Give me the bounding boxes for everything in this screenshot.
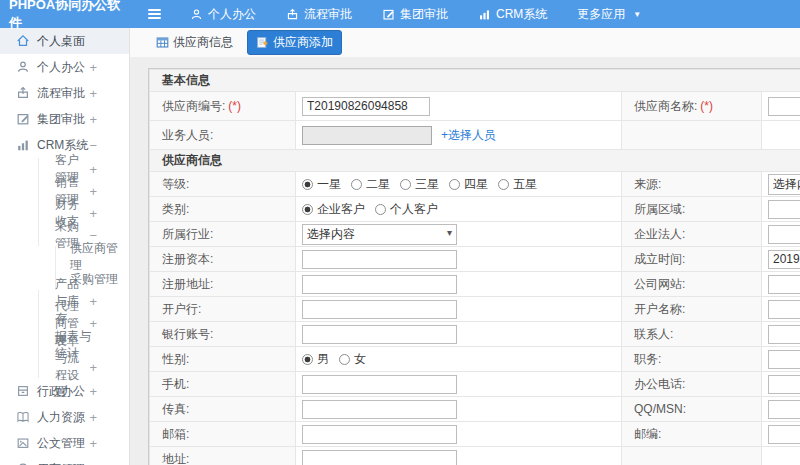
topnav-item-group-approval[interactable]: 集团审批 (367, 0, 463, 28)
bank-account-input[interactable] (302, 325, 457, 344)
category-radio-input[interactable] (375, 204, 386, 215)
email-input[interactable] (302, 425, 457, 444)
topnav: 个人办公流程审批集团审批CRM系统更多应用▼ (175, 0, 656, 28)
expand-icon[interactable]: + (89, 163, 97, 176)
app-title: PHPOA协同办公软件 (0, 0, 130, 32)
expand-icon[interactable]: + (89, 295, 97, 308)
fax-input[interactable] (302, 400, 457, 419)
legal-person-input[interactable] (768, 225, 800, 244)
field-label: 性别: (162, 352, 189, 366)
topnav-item-label: 集团审批 (400, 6, 448, 23)
expand-icon[interactable]: + (89, 385, 97, 398)
company-website-input[interactable] (768, 275, 800, 294)
level-radio-0[interactable]: 一星 (302, 176, 341, 193)
menu-toggle-icon[interactable] (148, 9, 161, 19)
level-radio-4[interactable]: 五星 (498, 176, 537, 193)
business-staff-input[interactable] (302, 126, 432, 145)
sidebar-item-label: 用车管理 (37, 461, 85, 465)
level-radio-1[interactable]: 二星 (351, 176, 390, 193)
level-radio-input[interactable] (449, 179, 460, 190)
source-select[interactable]: 选择内容 (768, 174, 800, 195)
expand-icon[interactable]: + (89, 87, 97, 100)
category-radio-group: 企业客户个人客户 (302, 201, 621, 218)
category-radio-1[interactable]: 个人客户 (375, 201, 438, 218)
topnav-item-crm-system[interactable]: CRM系统 (463, 0, 562, 28)
topnav-item-label: 更多应用 (577, 6, 625, 23)
registered-capital-input[interactable] (302, 250, 457, 269)
expand-icon[interactable]: + (89, 361, 97, 374)
field-label: 邮编: (634, 427, 661, 441)
choose-staff-link[interactable]: +选择人员 (441, 128, 496, 142)
field-label-cell: 传真: (150, 397, 296, 422)
sidebar-item-form-flow-settings[interactable]: 表单与流程设置+ (38, 356, 129, 378)
supplier-name-input[interactable] (768, 97, 800, 116)
topnav-item-workflow-approval[interactable]: 流程审批 (271, 0, 367, 28)
expand-icon[interactable]: + (89, 113, 97, 126)
form-row: 供应商编号:(*)供应商名称:(*) (150, 92, 800, 121)
category-radio-0[interactable]: 企业客户 (302, 201, 365, 218)
topnav-item-personal-office[interactable]: 个人办公 (175, 0, 271, 28)
office-phone-input[interactable] (768, 375, 800, 394)
expand-icon[interactable]: + (89, 185, 97, 198)
tab-supplier-add[interactable]: 供应商添加 (247, 30, 342, 55)
level-radio-2[interactable]: 三星 (400, 176, 439, 193)
field-value-cell: 选择内容 (762, 172, 800, 197)
sidebar-item-group-approval[interactable]: 集团审批+ (0, 106, 129, 132)
gender-radio-input[interactable] (339, 354, 350, 365)
field-label: 来源: (634, 177, 661, 191)
gender-radio-1[interactable]: 女 (339, 351, 366, 368)
expand-icon[interactable]: + (89, 61, 97, 74)
field-label-cell: 地址: (150, 447, 296, 465)
sidebar-item-vehicle-mgmt[interactable]: 用车管理+ (0, 456, 129, 465)
level-radio-input[interactable] (302, 179, 313, 190)
level-radio-input[interactable] (498, 179, 509, 190)
level-radio-input[interactable] (400, 179, 411, 190)
founded-date-input[interactable] (768, 250, 800, 269)
supplier-code-input[interactable] (302, 97, 430, 116)
field-value-cell (762, 347, 800, 372)
form-row: 性别:男女职务: (150, 347, 800, 372)
admin-icon (16, 384, 30, 398)
hr-icon (16, 410, 30, 424)
address-input[interactable] (302, 450, 457, 465)
qq-msn-input[interactable] (768, 400, 800, 419)
gender-radio-0[interactable]: 男 (302, 351, 329, 368)
level-radio-3[interactable]: 四星 (449, 176, 488, 193)
sidebar-item-personal-office[interactable]: 个人办公+ (0, 54, 129, 80)
tab-bar: 供应商信息供应商添加 (130, 28, 800, 57)
collapse-icon[interactable]: − (89, 139, 97, 152)
region-input[interactable] (768, 200, 800, 219)
level-radio-input[interactable] (351, 179, 362, 190)
account-name-input[interactable] (768, 300, 800, 319)
bank-branch-input[interactable] (302, 300, 457, 319)
sidebar-item-human-resources[interactable]: 人力资源+ (0, 404, 129, 430)
field-value-cell: +选择人员 (296, 121, 622, 150)
field-label: 供应商名称: (634, 99, 697, 113)
form-add-icon (256, 36, 269, 49)
field-value-cell (296, 92, 622, 121)
tab-supplier-info[interactable]: 供应商信息 (148, 31, 241, 54)
sidebar-item-workflow-approval[interactable]: 流程审批+ (0, 80, 129, 106)
edit-icon (16, 112, 30, 126)
category-radio-input[interactable] (302, 204, 313, 215)
field-value-cell (762, 197, 800, 222)
sidebar-item-document-mgmt[interactable]: 公文管理+ (0, 430, 129, 456)
industry-select[interactable]: 选择内容 (302, 224, 457, 245)
topnav-item-more-apps[interactable]: 更多应用▼ (562, 0, 656, 28)
zip-code-input[interactable] (768, 425, 800, 444)
user-icon (16, 60, 30, 74)
section-header-row: 基本信息 (150, 70, 800, 92)
sidebar-item-label: 公文管理 (37, 435, 85, 452)
contact-person-input[interactable] (768, 325, 800, 344)
job-title-input[interactable] (768, 350, 800, 369)
expand-icon[interactable]: + (89, 207, 97, 220)
gender-radio-input[interactable] (302, 354, 313, 365)
flow-icon (16, 86, 30, 100)
supplier-form-table: 基本信息供应商编号:(*)供应商名称:(*)业务人员:+选择人员供应商信息等级:… (149, 69, 800, 465)
expand-icon[interactable]: + (89, 437, 97, 450)
level-radio-group: 一星二星三星四星五星 (302, 176, 621, 193)
field-label: 注册资本: (162, 252, 213, 266)
mobile-input[interactable] (302, 375, 457, 394)
expand-icon[interactable]: + (89, 411, 97, 424)
registered-address-input[interactable] (302, 275, 457, 294)
